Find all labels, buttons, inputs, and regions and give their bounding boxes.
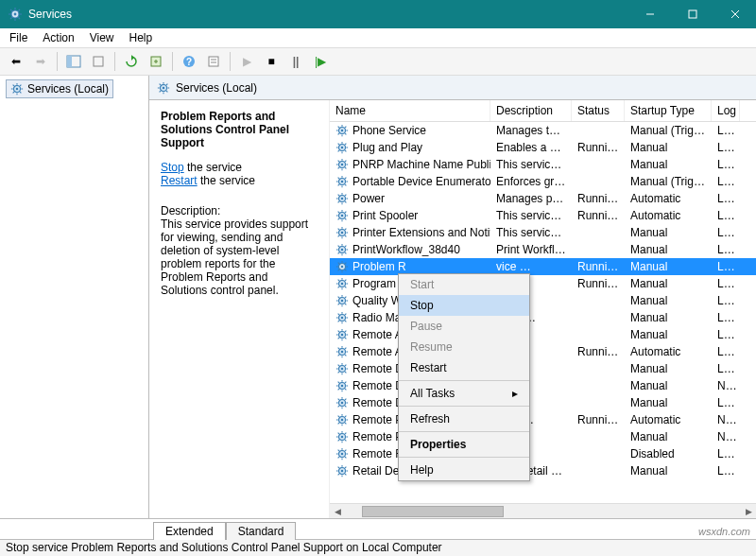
nav-forward-button[interactable]: ➡ <box>30 51 51 72</box>
restart-link[interactable]: Restart <box>161 174 198 187</box>
export-button[interactable] <box>146 51 166 72</box>
tree-root[interactable]: Services (Local) <box>6 79 113 98</box>
table-row[interactable]: Printer Extensions and Notif…This servic… <box>330 224 756 241</box>
table-row[interactable]: Remote Aces di…RunningAutomaticLoc <box>330 343 756 360</box>
table-row[interactable]: Remote Reote …DisabledLoc <box>330 445 756 462</box>
gear-icon <box>335 260 349 273</box>
table-row[interactable]: PrintWorkflow_38d40Print Workfl…ManualLo… <box>330 241 756 258</box>
table-row[interactable]: Remote DeDes…ManualLoc <box>330 360 756 377</box>
refresh-button[interactable] <box>121 51 142 72</box>
table-row[interactable]: Remote PrCSS …RunningAutomaticNet <box>330 411 756 428</box>
view-tabs: Extended Standard <box>0 518 756 539</box>
console-tree: Services (Local) <box>0 76 149 518</box>
service-name: PrintWorkflow_38d40 <box>352 243 460 256</box>
watermark: wsxdn.com <box>698 526 750 537</box>
col-name[interactable]: Name <box>330 100 490 121</box>
maximize-button[interactable] <box>671 0 713 28</box>
col-description[interactable]: Description <box>490 100 572 121</box>
context-menu-item[interactable]: Properties <box>399 434 529 455</box>
table-row[interactable]: Portable Device Enumerator…Enforces gr…M… <box>330 173 756 190</box>
gear-icon <box>335 362 349 375</box>
table-row[interactable]: Program Cvice …RunningManualLoc <box>330 275 756 292</box>
svg-text:?: ? <box>186 57 192 67</box>
description-label: Description: <box>161 204 318 217</box>
context-menu-item[interactable]: Restart <box>399 357 529 378</box>
svg-rect-20 <box>209 57 218 66</box>
service-desc: Enables a c… <box>490 140 572 155</box>
context-menu-item[interactable]: All Tasks▸ <box>399 383 529 404</box>
gear-icon <box>335 226 349 239</box>
table-row[interactable]: Print SpoolerThis service…RunningAutomat… <box>330 207 756 224</box>
restart-service-button[interactable]: |▶ <box>310 51 331 72</box>
tab-standard[interactable]: Standard <box>226 522 297 540</box>
close-button[interactable] <box>713 0 756 28</box>
nav-back-button[interactable]: ⬅ <box>6 51 26 72</box>
menu-view[interactable]: View <box>90 31 114 44</box>
table-row[interactable]: Remote Dehe r…ManualLoc <box>330 394 756 411</box>
menu-help[interactable]: Help <box>129 31 153 44</box>
properties-button[interactable] <box>203 51 224 72</box>
table-row[interactable]: Plug and PlayEnables a c…RunningManualLo… <box>330 139 756 156</box>
minimize-button[interactable] <box>628 0 671 28</box>
context-menu-item[interactable]: Refresh <box>399 408 529 429</box>
svg-rect-15 <box>67 56 72 67</box>
service-status <box>572 385 625 387</box>
service-status <box>572 334 625 336</box>
service-desc: Enforces gr… <box>490 174 572 189</box>
gear-icon <box>335 430 349 443</box>
service-startup: Disabled <box>625 446 712 461</box>
table-row[interactable]: PowerManages p…RunningAutomaticLoc <box>330 190 756 207</box>
table-row[interactable]: Radio ManMana…ManualLoc <box>330 309 756 326</box>
service-startup: Manual <box>625 259 712 274</box>
services-list: Name Description Status Startup Type Log… <box>329 100 756 518</box>
service-status <box>572 436 625 438</box>
service-status <box>572 181 625 182</box>
col-startup[interactable]: Startup Type <box>625 100 712 121</box>
service-logon: Net <box>712 429 740 444</box>
context-menu: StartStopPauseResumeRestartAll Tasks▸Ref… <box>398 273 530 481</box>
horizontal-scrollbar[interactable]: ◀▶ <box>330 503 756 518</box>
show-hide-tree-button[interactable] <box>63 51 84 72</box>
col-status[interactable]: Status <box>572 100 625 121</box>
service-status <box>572 164 625 165</box>
context-menu-item[interactable]: Help <box>399 460 529 480</box>
service-logon: Loc <box>712 276 740 291</box>
start-service-button[interactable]: ▶ <box>236 51 257 72</box>
service-startup: Manual <box>625 327 712 342</box>
service-name: Quality Wi <box>352 294 404 307</box>
table-row[interactable]: Quality WiWin…ManualLoc <box>330 292 756 309</box>
service-startup: Manual <box>625 242 712 257</box>
table-row[interactable]: Remote Aca co…ManualLoc <box>330 326 756 343</box>
col-logon[interactable]: Log <box>712 100 740 121</box>
service-logon: Loc <box>712 310 740 325</box>
export-list-button[interactable] <box>88 51 109 72</box>
menu-file[interactable]: File <box>9 31 27 44</box>
service-startup: Manual <box>625 361 712 376</box>
table-row[interactable]: PNRP Machine Name Publi…This service …Ma… <box>330 156 756 173</box>
service-status <box>572 470 625 472</box>
table-row[interactable]: Remote Deuser…ManualNet <box>330 377 756 394</box>
service-startup: Manual <box>625 276 712 291</box>
pause-service-button[interactable]: || <box>285 51 306 72</box>
menu-action[interactable]: Action <box>43 31 74 44</box>
service-status: Running <box>572 276 625 291</box>
tab-extended[interactable]: Extended <box>153 522 226 540</box>
service-name: Phone Service <box>352 124 426 137</box>
service-status <box>572 300 625 302</box>
gear-icon <box>335 277 349 290</box>
service-startup: Automatic <box>625 208 712 223</box>
table-row[interactable]: Problem Rvice …RunningManualLoc <box>330 258 756 275</box>
help-button[interactable]: ? <box>179 51 199 72</box>
description-pane: Problem Reports and Solutions Control Pa… <box>149 100 329 518</box>
table-row[interactable]: Retail Demo ServiceThe Retail D…ManualLo… <box>330 462 756 479</box>
table-row[interactable]: Phone ServiceManages th…Manual (Trig…Loc <box>330 122 756 139</box>
service-name: Printer Extensions and Notif… <box>352 226 490 239</box>
stop-link[interactable]: Stop <box>161 161 184 174</box>
service-startup: Manual (Trig… <box>625 123 712 138</box>
service-logon: Loc <box>712 446 740 461</box>
service-desc: This service … <box>490 157 572 172</box>
stop-service-button[interactable]: ■ <box>261 51 282 72</box>
table-row[interactable]: Remote Prows…ManualNet <box>330 428 756 445</box>
context-menu-item[interactable]: Stop <box>399 295 529 316</box>
context-menu-item: Pause <box>399 316 529 337</box>
